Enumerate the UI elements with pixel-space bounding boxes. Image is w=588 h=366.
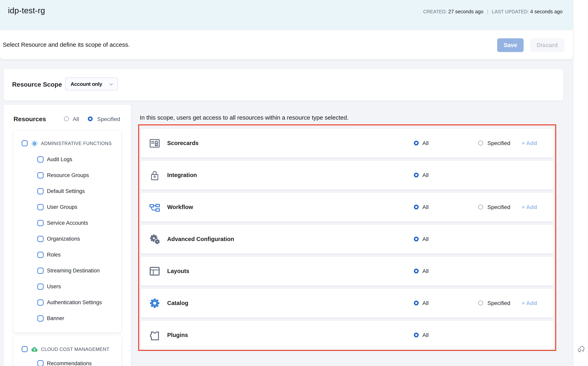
svg-text:$: $	[34, 348, 35, 351]
